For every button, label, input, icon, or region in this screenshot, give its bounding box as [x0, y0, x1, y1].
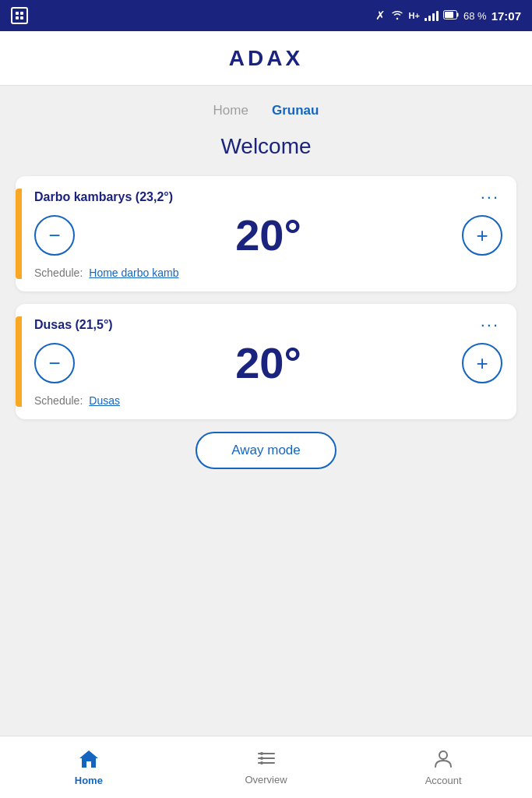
status-bar-left: [11, 7, 28, 24]
card-body-2: Dusas (21,5°) ··· − 20° + Schedule: Dusa…: [34, 316, 502, 407]
svg-point-11: [260, 752, 263, 755]
room-card-2: Dusas (21,5°) ··· − 20° + Schedule: Dusa…: [16, 304, 516, 419]
room-name-2: Dusas (21,5°): [34, 318, 113, 332]
bluetooth-icon: ✗: [375, 9, 386, 23]
bb-logo-icon: [11, 7, 28, 24]
schedule-row-2: Schedule: Dusas: [34, 394, 502, 407]
status-bar: ✗ H+ 68 % 17:07: [0, 0, 532, 31]
svg-point-12: [260, 757, 263, 760]
more-options-btn-1[interactable]: ···: [477, 189, 502, 206]
status-time: 17:07: [491, 9, 521, 23]
overview-icon: [255, 749, 277, 771]
nav-label-overview: Overview: [245, 774, 287, 786]
svg-point-13: [260, 761, 263, 764]
schedule-link-2[interactable]: Dusas: [89, 394, 120, 407]
room-name-1: Darbo kambarys (23,2°): [34, 190, 173, 204]
bottom-nav: Home Overview Account: [0, 736, 532, 798]
decrease-temp-btn-2[interactable]: −: [34, 343, 75, 383]
card-header-row-1: Darbo kambarys (23,2°) ···: [34, 189, 502, 206]
nav-item-overview[interactable]: Overview: [178, 749, 355, 786]
card-controls-2: − 20° +: [34, 341, 502, 385]
home-icon: [78, 748, 100, 772]
card-accent-2: [16, 316, 22, 407]
more-options-btn-2[interactable]: ···: [477, 316, 502, 334]
app-header: ADAX: [0, 31, 532, 86]
temperature-display-1: 20°: [235, 214, 301, 257]
card-header-row-2: Dusas (21,5°) ···: [34, 316, 502, 334]
signal-icon: [425, 10, 439, 21]
card-accent-1: [16, 189, 22, 279]
svg-rect-6: [445, 12, 453, 18]
battery-icon: [443, 10, 459, 22]
schedule-label-1: Schedule:: [34, 267, 83, 279]
increase-temp-btn-2[interactable]: +: [462, 343, 502, 383]
schedule-link-1[interactable]: Home darbo kamb: [89, 267, 178, 279]
svg-point-14: [439, 751, 447, 759]
svg-rect-3: [20, 16, 23, 19]
svg-rect-0: [16, 12, 19, 15]
away-mode-wrapper: Away mode: [16, 432, 516, 469]
card-controls-1: − 20° +: [34, 214, 502, 257]
svg-rect-7: [456, 12, 458, 16]
network-type-icon: H+: [409, 11, 420, 20]
room-card-1: Darbo kambarys (23,2°) ··· − 20° + Sched…: [16, 176, 516, 291]
schedule-label-2: Schedule:: [34, 394, 83, 407]
location-tabs: Home Grunau: [16, 86, 516, 134]
tab-grunau[interactable]: Grunau: [272, 103, 319, 120]
schedule-row-1: Schedule: Home darbo kamb: [34, 267, 502, 279]
increase-temp-btn-1[interactable]: +: [462, 215, 502, 256]
svg-rect-2: [16, 16, 19, 19]
svg-point-4: [396, 17, 397, 19]
card-body-1: Darbo kambarys (23,2°) ··· − 20° + Sched…: [34, 189, 502, 279]
nav-item-home[interactable]: Home: [0, 748, 178, 786]
temperature-display-2: 20°: [235, 341, 301, 385]
status-bar-right: ✗ H+ 68 % 17:07: [375, 9, 521, 23]
welcome-title: Welcome: [16, 134, 516, 159]
main-content: Home Grunau Welcome Darbo kambarys (23,2…: [0, 86, 532, 736]
decrease-temp-btn-1[interactable]: −: [34, 215, 75, 256]
battery-percent: 68 %: [463, 10, 487, 22]
nav-label-home: Home: [75, 775, 103, 786]
nav-item-account[interactable]: Account: [354, 748, 532, 786]
wifi-icon: [390, 9, 404, 23]
away-mode-button[interactable]: Away mode: [196, 432, 336, 469]
tab-home[interactable]: Home: [213, 103, 248, 120]
svg-rect-1: [20, 12, 23, 15]
nav-label-account: Account: [425, 775, 462, 786]
app-logo: ADAX: [229, 46, 303, 71]
account-icon: [432, 748, 454, 772]
